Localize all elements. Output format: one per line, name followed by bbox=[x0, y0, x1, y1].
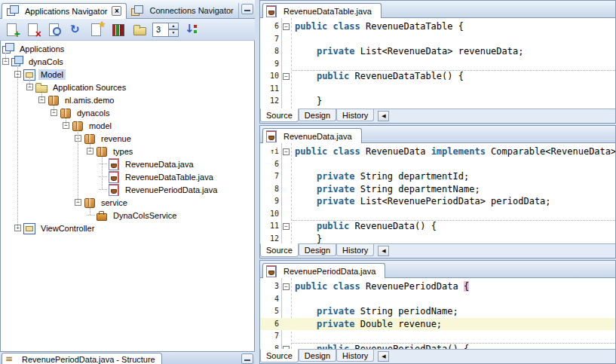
spinner-up-icon[interactable]: ▲ bbox=[169, 23, 179, 30]
keyword: public class bbox=[295, 281, 360, 292]
tree-connector bbox=[87, 215, 95, 216]
editor-tab-revenueperioddata-java[interactable]: RevenuePeriodData.java bbox=[262, 263, 385, 278]
editor-tab-revenuedata-java[interactable]: RevenueData.java bbox=[262, 128, 362, 143]
code-text: } bbox=[295, 233, 322, 244]
keyword: implements bbox=[431, 146, 486, 157]
tree-item-label: RevenuePeriodData.java bbox=[123, 185, 219, 195]
fold-toggle-icon[interactable]: − bbox=[283, 283, 290, 290]
code-line: 5 private String periodName; bbox=[260, 305, 615, 318]
minimize-button[interactable] bbox=[241, 4, 253, 14]
search-source-button[interactable] bbox=[47, 22, 63, 38]
tree-item-viewcontroller[interactable]: +ViewController bbox=[1, 222, 254, 234]
code-line: 10 bbox=[260, 208, 615, 221]
scroll-left-icon[interactable]: ◀ bbox=[378, 111, 389, 121]
editor-group-revenueperioddata-java: RevenuePeriodData.java3−public class Rev… bbox=[259, 260, 616, 364]
line-number: 7 bbox=[260, 170, 279, 183]
view-tab-design[interactable]: Design bbox=[299, 244, 336, 256]
code-editor[interactable]: ↑i−public class RevenueData implements C… bbox=[260, 143, 615, 243]
delete-file-button[interactable] bbox=[26, 22, 41, 38]
spinner-down-icon[interactable]: ▼ bbox=[169, 29, 179, 37]
code-token: RevenueDataTable() { bbox=[349, 71, 464, 81]
tree-item-types[interactable]: −types bbox=[1, 145, 254, 158]
code-text: private List<RevenuePeriodData> periodDa… bbox=[295, 195, 551, 208]
code-token: String departmentId; bbox=[354, 171, 469, 182]
tree-item-dynacols[interactable]: −dynaCols bbox=[1, 55, 254, 68]
editor-tab-revenuedatatable-java[interactable]: RevenueDataTable.java bbox=[262, 3, 382, 18]
code-text: } bbox=[295, 95, 322, 108]
tree-item-revenuedatatable-java[interactable]: RevenueDataTable.java bbox=[1, 170, 254, 183]
code-editor[interactable]: 3−public class RevenuePeriodData {45 pri… bbox=[260, 278, 615, 349]
tree-item-revenueperioddata-java[interactable]: RevenuePeriodData.java bbox=[1, 183, 254, 196]
view-tab-source[interactable]: Source bbox=[260, 349, 299, 362]
scroll-left-icon[interactable]: ◀ bbox=[378, 246, 389, 256]
view-tab-history[interactable]: History bbox=[336, 244, 374, 256]
library-button[interactable] bbox=[110, 22, 126, 38]
keyword: public class bbox=[295, 146, 360, 157]
code-line: 7 private String departmentId; bbox=[260, 170, 615, 183]
line-number: 11 bbox=[260, 83, 279, 96]
editor-view-tabs: SourceDesignHistory◀ bbox=[260, 109, 615, 123]
code-token: { bbox=[464, 281, 469, 292]
tree-item-label: service bbox=[99, 197, 130, 208]
java-icon bbox=[108, 184, 120, 195]
view-tab-source[interactable]: Source bbox=[260, 109, 299, 122]
line-number: 9 bbox=[260, 195, 279, 208]
depth-spinner[interactable]: 3▲▼ bbox=[152, 23, 179, 37]
applications-tree[interactable]: Applications−dynaCols−Model−Application … bbox=[0, 41, 255, 351]
structure-list-icon bbox=[5, 354, 17, 364]
keyword: public bbox=[317, 344, 349, 350]
tree-item-model[interactable]: −model bbox=[1, 119, 254, 132]
code-line: 7 bbox=[260, 330, 615, 343]
tree-item-model[interactable]: −Model bbox=[1, 68, 254, 81]
structure-panel-title: RevenuePeriodData.java - Structure bbox=[22, 355, 155, 364]
new-from-template-button[interactable] bbox=[89, 22, 105, 38]
tree-item-applications[interactable]: Applications bbox=[1, 42, 254, 55]
fold-toggle-icon[interactable]: − bbox=[283, 223, 290, 230]
refresh-button[interactable] bbox=[68, 22, 84, 38]
fold-toggle-icon[interactable]: − bbox=[283, 148, 290, 155]
close-icon[interactable] bbox=[112, 6, 121, 16]
tree-item-revenue[interactable]: −revenue bbox=[1, 132, 254, 145]
tab-applications-navigator[interactable]: Applications Navigator bbox=[2, 3, 127, 19]
keyword: private bbox=[317, 171, 355, 182]
new-file-button[interactable] bbox=[5, 22, 20, 38]
code-editor[interactable]: 6−public class RevenueDataTable {78 priv… bbox=[260, 18, 615, 109]
keyword: private bbox=[317, 306, 355, 317]
view-tab-history[interactable]: History bbox=[336, 350, 374, 362]
connections-navigator-icon bbox=[131, 5, 143, 17]
structure-panel-tab[interactable]: RevenuePeriodData.java - Structure bbox=[2, 353, 162, 364]
tree-item-nl-amis-demo[interactable]: −nl.amis.demo bbox=[1, 93, 254, 106]
view-tab-history[interactable]: History bbox=[336, 109, 374, 121]
code-token: RevenueData() { bbox=[349, 221, 437, 231]
project-icon bbox=[23, 222, 35, 234]
tree-connector bbox=[99, 176, 107, 177]
view-tab-design[interactable]: Design bbox=[299, 109, 336, 121]
code-text: private List<RevenueData> revenueData; bbox=[295, 45, 523, 58]
tab-connections-navigator[interactable]: Connections Navigator bbox=[127, 3, 238, 18]
code-line: 11− public RevenueData() { bbox=[260, 220, 615, 233]
spinner-value[interactable]: 3 bbox=[152, 23, 169, 37]
minimize-button[interactable] bbox=[241, 353, 253, 364]
java-icon bbox=[108, 158, 120, 170]
tree-item-dynacols[interactable]: −dynacols bbox=[1, 106, 254, 119]
fold-toggle-icon[interactable]: − bbox=[283, 23, 290, 30]
view-tab-design[interactable]: Design bbox=[299, 350, 336, 362]
tree-item-label: types bbox=[111, 146, 135, 157]
navigator-panel: Applications NavigatorConnections Naviga… bbox=[0, 0, 255, 364]
sort-button[interactable] bbox=[184, 22, 200, 38]
code-token bbox=[295, 46, 317, 57]
tree-item-dynacolsservice[interactable]: DynaColsService bbox=[1, 209, 254, 222]
tree-item-service[interactable]: −service bbox=[1, 196, 254, 209]
view-tab-source[interactable]: Source bbox=[260, 243, 299, 257]
navigator-toolbar: 3▲▼ bbox=[0, 19, 255, 41]
tree-connector bbox=[99, 189, 107, 190]
scroll-left-icon[interactable]: ◀ bbox=[378, 351, 389, 362]
tree-item-label: DynaColsService bbox=[111, 210, 179, 221]
folder-level-button[interactable] bbox=[131, 22, 147, 38]
tree-item-application-sources[interactable]: −Application Sources bbox=[1, 81, 254, 93]
code-text: public RevenuePeriodData() { bbox=[295, 343, 469, 350]
tree-item-revenuedata-java[interactable]: RevenueData.java bbox=[1, 158, 254, 170]
fold-toggle-icon[interactable]: − bbox=[283, 73, 290, 80]
code-text: private Double revenue; bbox=[295, 318, 442, 331]
line-number: 8 bbox=[260, 183, 279, 196]
